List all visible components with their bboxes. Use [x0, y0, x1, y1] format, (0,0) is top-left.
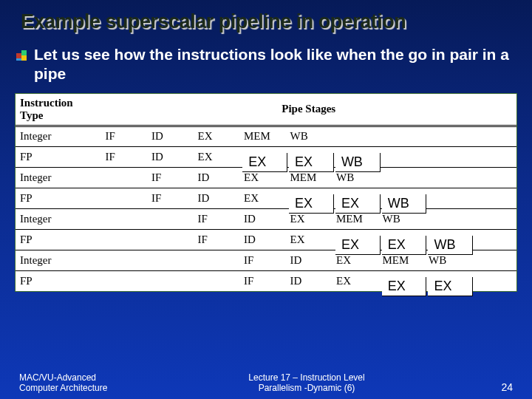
stage-cell: IF	[239, 250, 286, 270]
stage-cell	[424, 188, 471, 208]
stage-cell	[147, 208, 194, 229]
footer-left: MAC/VU-Advanced Computer Architecture	[19, 372, 145, 393]
overlay-stage: EX	[242, 153, 287, 172]
overlay-stage: EX	[289, 153, 334, 172]
stage-cell	[424, 208, 471, 229]
stage-cell: ID	[193, 167, 239, 188]
stage-cell: MEM	[239, 126, 286, 146]
stage-cell: EX	[193, 126, 239, 146]
stage-cell	[378, 126, 424, 146]
stage-cell	[100, 188, 147, 208]
stage-cell	[147, 229, 194, 250]
stage-cell: IF	[100, 126, 147, 146]
stage-cell	[193, 270, 239, 291]
stage-cell: EX	[193, 146, 239, 167]
stage-cell	[424, 167, 471, 188]
stage-cell	[424, 126, 471, 146]
pipeline-table-wrap: Instruction Type Pipe Stages IntegerIFID…	[15, 93, 517, 293]
overlay-stage: WB	[428, 236, 473, 255]
stage-cell	[424, 146, 471, 167]
row-type: FP	[16, 188, 100, 208]
stage-cell	[470, 270, 516, 291]
row-type: FP	[16, 270, 100, 291]
stage-cell	[332, 126, 378, 146]
stage-cell	[378, 146, 424, 167]
footer-center-line2: Parallelism -Dynamic (6)	[145, 383, 468, 393]
bullet-text: Let us see how the instructions look lik…	[34, 45, 511, 84]
stage-cell	[147, 250, 194, 270]
stage-cell: ID	[147, 146, 194, 167]
stage-cell: IF	[193, 229, 239, 250]
stage-cell: IF	[147, 188, 194, 208]
pipeline-table: Instruction Type Pipe Stages IntegerIFID…	[16, 94, 516, 292]
stage-cell	[100, 167, 147, 188]
stage-cell: EX	[285, 229, 332, 250]
stage-cell	[147, 270, 194, 291]
stage-cell: ID	[285, 250, 332, 270]
slide-footer: MAC/VU-Advanced Computer Architecture Le…	[0, 372, 532, 393]
stage-cell: ID	[239, 229, 286, 250]
stage-cell	[100, 229, 147, 250]
slide-title: Example superscalar pipeline in operatio…	[0, 0, 532, 41]
stage-cell: WB	[285, 126, 332, 146]
stage-cell: IF	[193, 208, 239, 229]
stage-cell: IF	[239, 270, 286, 291]
row-type: Integer	[16, 250, 100, 270]
header-instruction-type: Instruction Type	[16, 94, 100, 126]
stage-cell: IF	[100, 146, 147, 167]
stage-cell	[470, 188, 516, 208]
stage-cell	[470, 126, 516, 146]
table-header-row: Instruction Type Pipe Stages	[16, 94, 516, 126]
stage-cell	[470, 167, 516, 188]
table-row: FPIFIDEX	[16, 188, 516, 208]
footer-center: Lecture 17 – Instruction Level Paralleli…	[145, 372, 468, 393]
footer-page-number: 24	[468, 381, 513, 393]
table-row: IntegerIFIDEXMEMWB	[16, 208, 516, 229]
stage-cell: ID	[285, 270, 332, 291]
windows-bullet-icon	[16, 50, 27, 61]
row-type: FP	[16, 229, 100, 250]
overlay-stage: WB	[335, 153, 381, 172]
overlay-stage: EX	[382, 236, 427, 255]
overlay-stage: EX	[289, 194, 334, 214]
stage-cell: ID	[239, 208, 286, 229]
stage-cell: EX	[239, 188, 286, 208]
stage-cell: EX	[332, 270, 378, 291]
row-type: Integer	[16, 208, 100, 229]
stage-cell: ID	[147, 126, 194, 146]
overlay-stage: EX	[335, 236, 381, 255]
footer-center-line1: Lecture 17 – Instruction Level	[145, 372, 468, 383]
stage-cell	[470, 146, 516, 167]
bullet-row: Let us see how the instructions look lik…	[0, 41, 532, 93]
stage-cell	[100, 270, 147, 291]
overlay-stage: WB	[382, 194, 427, 214]
overlay-stage: EX	[382, 277, 427, 296]
overlay-stage: EX	[428, 277, 473, 296]
row-type: FP	[16, 146, 100, 167]
stage-cell	[378, 167, 424, 188]
stage-cell: ID	[193, 188, 239, 208]
stage-cell	[470, 250, 516, 270]
stage-cell	[100, 208, 147, 229]
stage-cell: IF	[147, 167, 194, 188]
stage-cell	[470, 208, 516, 229]
header-pipe-stages: Pipe Stages	[100, 94, 516, 126]
row-type: Integer	[16, 167, 100, 188]
overlay-stage: EX	[335, 194, 381, 214]
stage-cell	[470, 229, 516, 250]
stage-cell	[193, 250, 239, 270]
stage-cell	[100, 250, 147, 270]
table-row: IntegerIFIDEXMEMWB	[16, 126, 516, 146]
footer-left-line1: MAC/VU-Advanced	[19, 372, 145, 383]
footer-left-line2: Computer Architecture	[19, 383, 145, 393]
row-type: Integer	[16, 126, 100, 146]
